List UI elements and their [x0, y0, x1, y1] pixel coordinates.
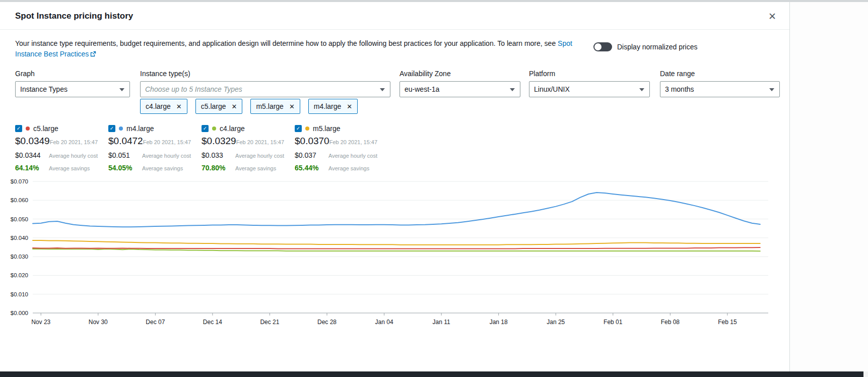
card-instance-name: m4.large	[126, 124, 154, 133]
intro-text: Your instance type requirements, budget …	[15, 38, 582, 59]
availability-zone-label: Availability Zone	[399, 70, 520, 78]
avg-savings: 54.05%	[108, 164, 142, 172]
spot-pricing-modal: Spot Instance pricing history ✕ Your ins…	[0, 2, 790, 371]
card-head: ✓ m5.large	[295, 124, 388, 133]
availability-zone-select[interactable]: eu-west-1a	[399, 81, 520, 97]
avg-savings-label: Average savings	[142, 165, 183, 171]
platform-value: Linux/UNIX	[534, 85, 570, 93]
instance-types-label: Instance type(s)	[140, 70, 390, 78]
chevron-down-icon	[639, 88, 644, 91]
toggle-knob	[594, 43, 602, 50]
price-timestamp: Feb 20 2021, 15:47	[236, 139, 284, 145]
card-instance-name: m5.large	[313, 124, 340, 133]
svg-text:Dec 28: Dec 28	[317, 319, 337, 326]
avg-hourly-cost-label: Average hourly cost	[49, 153, 98, 159]
card-head: ✓ c4.large	[202, 124, 295, 133]
chevron-down-icon	[380, 88, 385, 91]
svg-text:$0.070: $0.070	[11, 178, 28, 184]
card-instance-name: c5.large	[33, 124, 58, 133]
graph-select-value: Instance Types	[20, 85, 68, 93]
date-range-select[interactable]: 3 months	[660, 81, 780, 97]
svg-text:$0.060: $0.060	[11, 197, 28, 203]
svg-text:Nov 23: Nov 23	[31, 319, 50, 326]
remove-chip-icon[interactable]: ✕	[347, 103, 352, 110]
svg-text:Feb 01: Feb 01	[604, 319, 623, 326]
close-icon[interactable]: ✕	[765, 9, 779, 23]
svg-text:Nov 30: Nov 30	[89, 319, 108, 326]
avg-hourly-cost-label: Average hourly cost	[328, 153, 377, 159]
graph-label: Graph	[15, 70, 130, 78]
date-range-value: 3 months	[665, 85, 694, 93]
platform-select[interactable]: Linux/UNIX	[529, 81, 650, 97]
current-price: $0.0329	[202, 136, 236, 147]
current-price: $0.0472	[108, 136, 143, 147]
price-timestamp: Feb 20 2021, 15:47	[329, 139, 377, 145]
svg-text:Jan 04: Jan 04	[375, 319, 393, 326]
series-checkbox[interactable]: ✓	[202, 125, 209, 132]
remove-chip-icon[interactable]: ✕	[176, 103, 182, 110]
graph-select[interactable]: Instance Types	[15, 81, 130, 97]
avg-hourly-cost: $0.033	[202, 151, 235, 159]
avg-savings-label: Average savings	[328, 165, 369, 171]
svg-text:Jan 25: Jan 25	[547, 319, 565, 326]
chip-m4-large[interactable]: m4.large ✕	[308, 99, 358, 114]
instance-types-placeholder: Choose up to 5 Instance Types	[145, 85, 242, 93]
avg-savings: 64.14%	[15, 164, 49, 172]
svg-text:Jan 11: Jan 11	[433, 319, 450, 326]
svg-text:$0.010: $0.010	[11, 291, 28, 297]
series-checkbox[interactable]: ✓	[295, 125, 302, 132]
price-history-chart: $0.000$0.010$0.020$0.030$0.040$0.050$0.0…	[9, 175, 781, 328]
availability-zone-value: eu-west-1a	[405, 85, 439, 93]
chip-label: m4.large	[314, 102, 341, 110]
svg-text:Dec 21: Dec 21	[260, 319, 279, 326]
svg-text:Dec 14: Dec 14	[203, 319, 222, 326]
chip-label: c4.large	[146, 102, 171, 110]
platform-label: Platform	[529, 70, 650, 78]
date-range-label: Date range	[660, 70, 780, 78]
remove-chip-icon[interactable]: ✕	[289, 103, 295, 110]
chip-c4-large[interactable]: c4.large ✕	[140, 99, 187, 114]
stat-card-m4-large: ✓ m4.large $0.0472Feb 20 2021, 15:47 $0.…	[108, 124, 202, 172]
svg-text:$0.020: $0.020	[11, 272, 28, 278]
avg-hourly-cost: $0.0344	[15, 151, 49, 159]
intro-body-text: Your instance type requirements, budget …	[15, 39, 558, 47]
remove-chip-icon[interactable]: ✕	[232, 103, 237, 110]
avg-savings: 70.80%	[202, 164, 235, 172]
series-color-dot	[305, 127, 309, 131]
current-price: $0.0349	[15, 136, 50, 147]
svg-text:$0.050: $0.050	[11, 216, 28, 222]
stat-card-m5-large: ✓ m5.large $0.0370Feb 20 2021, 15:47 $0.…	[295, 124, 388, 172]
chip-c5-large[interactable]: c5.large ✕	[195, 99, 243, 114]
series-checkbox[interactable]: ✓	[15, 125, 22, 132]
card-instance-name: c4.large	[220, 124, 245, 133]
date-range-field: Date range 3 months	[660, 70, 780, 97]
chevron-down-icon	[510, 88, 515, 91]
chip-m5-large[interactable]: m5.large ✕	[250, 99, 300, 114]
price-timestamp: Feb 20 2021, 15:47	[143, 139, 191, 145]
chip-label: c5.large	[201, 102, 226, 110]
card-head: ✓ m4.large	[108, 124, 202, 133]
price-history-chart-svg: $0.000$0.010$0.020$0.030$0.040$0.050$0.0…	[9, 175, 781, 328]
svg-text:$0.000: $0.000	[11, 310, 28, 316]
instance-types-field: Instance type(s) Choose up to 5 Instance…	[140, 70, 390, 97]
normalized-prices-toggle-group: Display normalized prices	[593, 42, 698, 51]
page-title: Spot Instance pricing history	[15, 11, 133, 21]
availability-zone-field: Availability Zone eu-west-1a	[399, 70, 520, 97]
external-link-icon	[90, 51, 96, 57]
stat-card-c5-large: ✓ c5.large $0.0349Feb 20 2021, 15:47 $0.…	[15, 124, 109, 172]
chip-label: m5.large	[256, 102, 283, 110]
series-color-dot	[212, 127, 216, 131]
svg-text:Jan 18: Jan 18	[490, 319, 508, 326]
display-normalized-prices-toggle[interactable]	[593, 42, 612, 51]
svg-text:$0.030: $0.030	[11, 254, 28, 260]
avg-savings-label: Average savings	[49, 165, 90, 171]
avg-hourly-cost: $0.051	[108, 151, 142, 159]
avg-savings-label: Average savings	[235, 165, 276, 171]
current-price: $0.0370	[295, 136, 329, 147]
avg-hourly-cost-label: Average hourly cost	[235, 153, 284, 159]
avg-savings: 65.44%	[295, 164, 328, 172]
selected-instance-types: c4.large ✕ c5.large ✕ m5.large ✕ m4.larg…	[140, 99, 358, 114]
avg-hourly-cost-label: Average hourly cost	[142, 153, 191, 159]
series-checkbox[interactable]: ✓	[108, 125, 115, 132]
instance-types-select[interactable]: Choose up to 5 Instance Types	[140, 81, 390, 97]
